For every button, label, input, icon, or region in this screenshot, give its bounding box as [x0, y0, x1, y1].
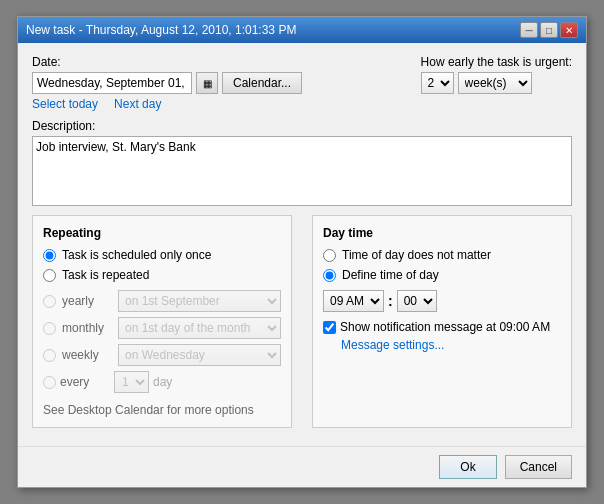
urgency-section: How early the task is urgent: 2 1 3 week…	[421, 55, 572, 94]
define-time-radio-row: Define time of day	[323, 268, 561, 282]
minimize-button[interactable]: ─	[520, 22, 538, 38]
date-input[interactable]	[32, 72, 192, 94]
once-label: Task is scheduled only once	[62, 248, 211, 262]
urgency-label: How early the task is urgent:	[421, 55, 572, 69]
date-section: Date: ▦ Calendar... Select today Next da…	[32, 55, 391, 111]
define-time-label: Define time of day	[342, 268, 439, 282]
date-links: Select today Next day	[32, 97, 391, 111]
time-colon: :	[388, 293, 393, 309]
weekly-label: weekly	[62, 348, 112, 362]
next-day-link[interactable]: Next day	[114, 97, 161, 111]
title-bar: New task - Thursday, August 12, 2010, 1:…	[18, 17, 586, 43]
repeat-options: yearly on 1st September monthly on 1st d…	[43, 290, 281, 393]
once-radio[interactable]	[43, 249, 56, 262]
ok-button[interactable]: Ok	[439, 455, 496, 479]
repeated-radio-row: Task is repeated	[43, 268, 281, 282]
once-radio-row: Task is scheduled only once	[43, 248, 281, 262]
monthly-select[interactable]: on 1st day of the month	[118, 317, 281, 339]
date-urgency-row: Date: ▦ Calendar... Select today Next da…	[32, 55, 572, 111]
repeating-panel: Repeating Task is scheduled only once Ta…	[32, 215, 292, 428]
main-window: New task - Thursday, August 12, 2010, 1:…	[17, 16, 587, 488]
message-settings-link[interactable]: Message settings...	[341, 338, 444, 352]
every-row: every 123 day	[43, 371, 281, 393]
weekly-select[interactable]: on Wednesday	[118, 344, 281, 366]
daytime-title: Day time	[323, 226, 561, 240]
urgency-value-select[interactable]: 2 1 3	[421, 72, 454, 94]
notification-checkbox[interactable]	[323, 321, 336, 334]
repeated-label: Task is repeated	[62, 268, 149, 282]
repeating-title: Repeating	[43, 226, 281, 240]
window-title: New task - Thursday, August 12, 2010, 1:…	[26, 23, 296, 37]
monthly-row: monthly on 1st day of the month	[43, 317, 281, 339]
urgency-row: 2 1 3 week(s) day(s) month(s)	[421, 72, 572, 94]
maximize-button[interactable]: □	[540, 22, 558, 38]
description-textarea[interactable]: Job interview, St. Mary's Bank	[32, 136, 572, 206]
yearly-radio[interactable]	[43, 295, 56, 308]
day-label: day	[153, 375, 172, 389]
repeated-radio[interactable]	[43, 269, 56, 282]
time-row: 09 AM 10 AM 11 AM : 00 15 30 45	[323, 290, 561, 312]
every-radio[interactable]	[43, 376, 56, 389]
content-area: Date: ▦ Calendar... Select today Next da…	[18, 43, 586, 440]
daytime-panel: Day time Time of day does not matter Def…	[312, 215, 572, 428]
minute-select[interactable]: 00 15 30 45	[397, 290, 437, 312]
cancel-button[interactable]: Cancel	[505, 455, 572, 479]
no-matter-radio[interactable]	[323, 249, 336, 262]
no-matter-radio-row: Time of day does not matter	[323, 248, 561, 262]
select-today-link[interactable]: Select today	[32, 97, 98, 111]
see-more-text: See Desktop Calendar for more options	[43, 403, 281, 417]
notification-row: Show notification message at 09:00 AM	[323, 320, 561, 334]
monthly-radio[interactable]	[43, 322, 56, 335]
every-label: every	[60, 375, 110, 389]
define-time-radio[interactable]	[323, 269, 336, 282]
yearly-select[interactable]: on 1st September	[118, 290, 281, 312]
title-bar-buttons: ─ □ ✕	[520, 22, 578, 38]
yearly-label: yearly	[62, 294, 112, 308]
weekly-radio[interactable]	[43, 349, 56, 362]
date-row: ▦ Calendar...	[32, 72, 391, 94]
urgency-unit-select[interactable]: week(s) day(s) month(s)	[458, 72, 532, 94]
hour-select[interactable]: 09 AM 10 AM 11 AM	[323, 290, 384, 312]
date-label: Date:	[32, 55, 391, 69]
close-button[interactable]: ✕	[560, 22, 578, 38]
description-label: Description:	[32, 119, 572, 133]
monthly-label: monthly	[62, 321, 112, 335]
every-value-select[interactable]: 123	[114, 371, 149, 393]
yearly-row: yearly on 1st September	[43, 290, 281, 312]
calendar-button[interactable]: Calendar...	[222, 72, 302, 94]
bottom-bar: Ok Cancel	[18, 446, 586, 487]
panels-row: Repeating Task is scheduled only once Ta…	[32, 215, 572, 428]
description-section: Description: Job interview, St. Mary's B…	[32, 119, 572, 209]
weekly-row: weekly on Wednesday	[43, 344, 281, 366]
no-matter-label: Time of day does not matter	[342, 248, 491, 262]
notification-label: Show notification message at 09:00 AM	[340, 320, 550, 334]
calendar-icon-btn[interactable]: ▦	[196, 72, 218, 94]
